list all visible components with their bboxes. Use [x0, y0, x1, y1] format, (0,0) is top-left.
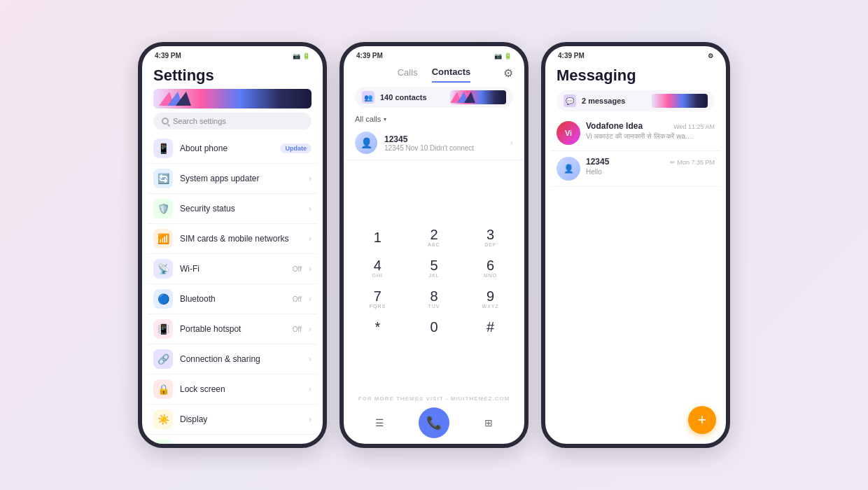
contacts-count: 140 contacts [380, 93, 444, 102]
msg-count-bar: 💬 2 messages [556, 90, 715, 111]
chevron-icon: › [309, 324, 312, 334]
hotspot-label: Portable hotspot [180, 324, 286, 334]
call-avatar: 👤 [355, 132, 377, 154]
num-message-time: ✏ Mon 7:35 PM [670, 159, 715, 166]
brand-decoration-1 [153, 92, 206, 106]
all-calls-row[interactable]: All calls ▾ [344, 112, 524, 126]
about-icon: 📱 [153, 139, 173, 158]
wifi-label: Wi-Fi [180, 264, 286, 274]
time-1: 4:39 PM [155, 52, 181, 59]
phone-calls: 4:39 PM 📷 🔋 Calls Contacts ⚙ 👥 140 conta… [340, 42, 528, 448]
bluetooth-status: Off [293, 295, 302, 303]
vi-sender-name: Vodafone Idea [586, 121, 643, 131]
call-item[interactable]: 👤 12345 12345 Nov 10 Didn't connect › [344, 126, 524, 160]
tab-calls[interactable]: Calls [398, 67, 418, 82]
brand-bar-2 [450, 90, 506, 104]
security-label: Security status [180, 204, 302, 214]
dialer-bottom: ☰ 📞 ⊞ [344, 402, 524, 444]
dial-key-0[interactable]: 0 [406, 314, 463, 340]
sim-label: SIM cards & mobile networks [180, 234, 302, 244]
phone-messaging: 4:39 PM ⚙ Messaging 💬 2 messages Vi Voda… [541, 42, 730, 448]
contacts-count-bar: 👥 140 contacts [355, 87, 513, 108]
dial-grid: 1 2 ABC 3 DEF 4 GHI 5 JKL [344, 222, 524, 340]
system-apps-icon: 🔄 [153, 169, 173, 188]
connection-icon: 🔗 [153, 349, 173, 369]
settings-item-system-apps[interactable]: 🔄 System apps updater › [148, 164, 317, 194]
chevron-icon: › [309, 414, 312, 424]
num-message-preview: Hello [586, 168, 698, 176]
sound-icon: 🔊 [153, 440, 173, 444]
bluetooth-icon: 🔵 [153, 289, 173, 309]
dial-key-7[interactable]: 7 PQRS [349, 284, 406, 314]
settings-item-display[interactable]: ☀️ Display › [148, 405, 317, 435]
wifi-status: Off [293, 265, 302, 273]
all-calls-label: All calls [355, 115, 381, 123]
hotspot-status: Off [293, 326, 302, 333]
system-apps-label: System apps updater [180, 174, 302, 183]
status-bar-1: 4:39 PM 📷 🔋 [142, 46, 323, 62]
dial-key-star[interactable]: * [349, 314, 406, 340]
status-icons-1: 📷 🔋 [293, 52, 310, 59]
vi-message-body: Vodafone Idea Wed 11:25 AM Vi अकाउंट की … [586, 121, 715, 141]
vi-message-preview: Vi अकाउंट की जानकारी से लिंक करें wa.me/… [586, 132, 698, 141]
update-badge: Update [280, 144, 312, 153]
time-3: 4:39 PM [558, 52, 584, 59]
message-item-vi[interactable]: Vi Vodafone Idea Wed 11:25 AM Vi अकाउंट … [551, 115, 720, 151]
settings-item-sound[interactable]: 🔊 Sound & vibration › [148, 435, 317, 444]
dial-key-6[interactable]: 6 MNO [462, 253, 519, 284]
call-button[interactable]: 📞 [419, 407, 449, 438]
time-2: 4:39 PM [356, 52, 383, 59]
settings-item-wifi[interactable]: 📡 Wi-Fi Off › [148, 254, 317, 284]
tab-contacts[interactable]: Contacts [432, 66, 471, 83]
dial-key-9[interactable]: 9 WXYZ [462, 284, 519, 314]
settings-gear-icon[interactable]: ⚙ [503, 66, 513, 80]
settings-item-connection[interactable]: 🔗 Connection & sharing › [148, 344, 317, 374]
brand-logo-1 [159, 92, 201, 106]
dial-key-2[interactable]: 2 ABC [406, 222, 463, 253]
settings-item-sim[interactable]: 📶 SIM cards & mobile networks › [148, 224, 317, 254]
num-sender-name: 12345 [586, 157, 609, 167]
sim-icon: 📶 [153, 229, 173, 248]
lock-label: Lock screen [180, 384, 302, 394]
dial-key-8[interactable]: 8 TUV [406, 284, 463, 314]
battery-icon: 🔋 [302, 52, 310, 59]
dial-key-5[interactable]: 5 JKL [406, 253, 463, 284]
camera-icon: 📷 [293, 52, 300, 59]
chevron-icon: › [309, 204, 312, 214]
settings-item-about[interactable]: 📱 About phone Update [148, 134, 317, 164]
search-icon [162, 118, 169, 125]
dialpad-icon[interactable]: ⊞ [478, 412, 499, 433]
keypad-icon[interactable]: ☰ [369, 412, 390, 433]
contacts-icon: 👥 [362, 91, 374, 104]
status-bar-2: 4:39 PM 📷 🔋 [344, 46, 524, 62]
chevron-icon: › [309, 294, 312, 304]
call-info: 12345 12345 Nov 10 Didn't connect [384, 134, 503, 152]
message-list: Vi Vodafone Idea Wed 11:25 AM Vi अकाउंट … [545, 115, 726, 444]
settings-item-hotspot[interactable]: 📳 Portable hotspot Off › [148, 314, 317, 344]
message-item-12345[interactable]: 👤 12345 ✏ Mon 7:35 PM Hello [551, 151, 720, 187]
settings-item-lock[interactable]: 🔒 Lock screen › [148, 374, 317, 405]
security-icon: 🛡️ [153, 199, 173, 218]
chevron-icon: › [309, 174, 312, 183]
chevron-icon: › [309, 384, 312, 394]
status-icons-3: ⚙ [708, 52, 713, 59]
display-label: Display [180, 414, 302, 424]
settings-item-security[interactable]: 🛡️ Security status › [148, 194, 317, 224]
dial-key-3[interactable]: 3 DEF [462, 222, 519, 253]
display-icon: ☀️ [153, 410, 173, 429]
search-bar[interactable]: Search settings [153, 113, 312, 130]
phone-settings: 4:39 PM 📷 🔋 Settings Search settings 📱 [138, 42, 327, 448]
dial-key-4[interactable]: 4 GHI [349, 253, 406, 284]
msg-count: 2 messages [582, 97, 646, 105]
dial-key-1[interactable]: 1 [349, 222, 406, 253]
dialer-area: 1 2 ABC 3 DEF 4 GHI 5 JKL [344, 160, 524, 402]
vi-message-time: Wed 11:25 AM [673, 123, 715, 130]
vi-avatar: Vi [556, 121, 580, 145]
settings-list: 📱 About phone Update 🔄 System apps updat… [142, 134, 323, 444]
compose-fab-button[interactable]: + [688, 406, 716, 434]
num-avatar: 👤 [556, 157, 580, 181]
settings-item-bluetooth[interactable]: 🔵 Bluetooth Off › [148, 284, 317, 314]
dial-key-hash[interactable]: # [462, 314, 519, 340]
calls-content: Calls Contacts ⚙ 👥 140 contacts All call… [344, 62, 524, 444]
connection-label: Connection & sharing [180, 354, 302, 364]
